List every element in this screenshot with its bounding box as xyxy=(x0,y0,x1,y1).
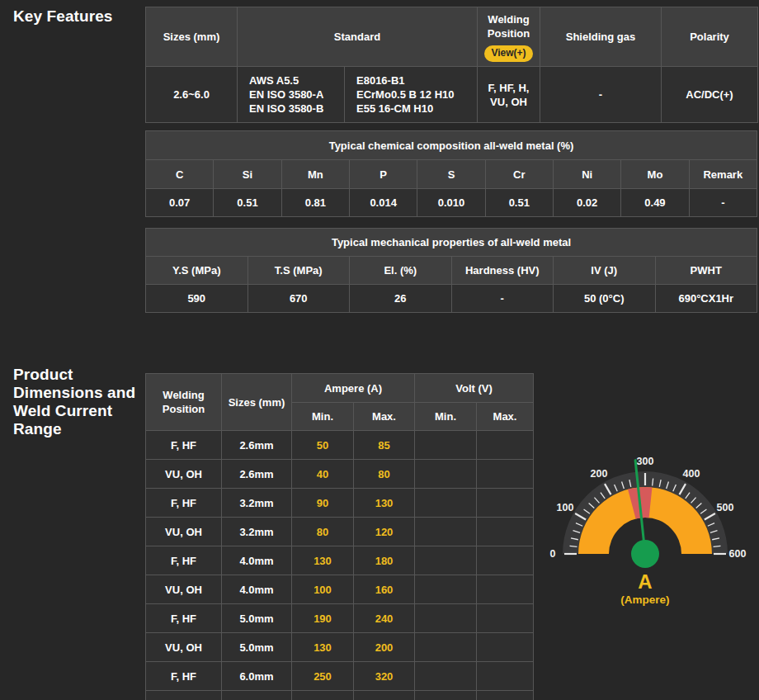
current-range-row: VU, OH 4.0mm 100 160 xyxy=(146,575,534,604)
spec-header-row: Sizes (mm) Standard Welding Position Vie… xyxy=(146,7,758,67)
gauge-tick-label: 400 xyxy=(683,468,700,480)
ampere-min-cell: 250 xyxy=(292,662,354,691)
ampere-min-cell: 130 xyxy=(292,546,354,575)
size-cell: 4.0mm xyxy=(222,546,292,575)
mech-header-cell: PWHT xyxy=(655,257,757,285)
current-range-row: F, HF 5.0mm 190 240 xyxy=(146,604,534,633)
gauge-tick-label: 600 xyxy=(729,548,747,560)
chem-value-cell: 0.014 xyxy=(349,189,417,217)
size-cell: 3.2mm xyxy=(222,489,292,518)
volt-min-cell xyxy=(415,518,477,546)
ampere-min-cell: 80 xyxy=(292,518,354,546)
current-welding-position-header: Welding Position xyxy=(146,374,222,431)
standard-grade-line: E8016-B1 xyxy=(356,73,477,88)
mech-value-cell: 690°CX1Hr xyxy=(655,285,757,313)
current-range-row: F, HF 3.2mm 90 130 xyxy=(146,489,534,518)
gauge-hub xyxy=(631,540,659,568)
gauge-tick-label: 200 xyxy=(591,468,608,480)
mech-header-cell: Y.S (MPa) xyxy=(146,257,248,285)
chemical-composition-table: Typical chemical composition all-weld me… xyxy=(145,130,757,217)
welding-position-header-label: Welding Position xyxy=(478,12,540,40)
current-range-row-partial xyxy=(146,691,534,700)
standard-specs-cell: AWS A5.5EN ISO 3580-AEN ISO 3580-B xyxy=(238,67,345,123)
size-cell: 3.2mm xyxy=(222,518,292,546)
chem-header-cell: Mo xyxy=(621,160,689,189)
volt-max-cell xyxy=(477,575,534,604)
product-spec-page: Key Features Sizes (mm) Standard Welding… xyxy=(0,0,759,700)
chem-header-cell: Si xyxy=(214,160,281,189)
volt-min-cell xyxy=(415,604,477,633)
welding-position-cell: VU, OH xyxy=(146,633,222,662)
mech-header-row: Y.S (MPa)T.S (MPa)El. (%)Hardness (HV)IV… xyxy=(146,257,757,285)
size-cell: 2.6mm xyxy=(222,431,292,460)
gauge-tick-label: 0 xyxy=(550,548,556,560)
volt-min-cell xyxy=(415,431,477,460)
standard-grade-line: ECrMo0.5 B 12 H10 xyxy=(356,88,477,102)
chem-header-cell: Ni xyxy=(553,160,620,189)
volt-max-cell xyxy=(477,662,534,691)
welding-position-header: Welding Position View(+) xyxy=(478,7,540,67)
polarity-value: AC/DC(+) xyxy=(662,67,758,123)
size-cell: 5.0mm xyxy=(222,604,292,633)
mech-header-cell: Hardness (HV) xyxy=(451,257,554,285)
size-cell: 2.6mm xyxy=(222,460,292,489)
welding-position-cell: F, HF xyxy=(146,604,222,633)
standard-spec-line: AWS A5.5 xyxy=(249,73,344,88)
chem-header-cell: C xyxy=(146,160,214,189)
chem-value-cell: 0.010 xyxy=(417,189,485,217)
ampere-min-cell: 50 xyxy=(292,431,354,460)
current-range-row: VU, OH 3.2mm 80 120 xyxy=(146,518,534,546)
sizes-value: 2.6~6.0 xyxy=(146,67,238,123)
chem-value-row: 0.070.510.810.0140.0100.510.020.49- xyxy=(146,189,757,217)
mech-header-cell: El. (%) xyxy=(350,257,452,285)
ampere-group-header: Ampere (A) xyxy=(292,374,415,403)
mech-value-cell: 26 xyxy=(350,285,452,313)
polarity-header: Polarity xyxy=(662,7,758,67)
size-cell: 6.0mm xyxy=(222,662,292,691)
mech-value-cell: 50 (0°C) xyxy=(554,285,656,313)
gauge-unit-label: A xyxy=(638,570,652,593)
chem-header-row: CSiMnPSCrNiMoRemark xyxy=(146,160,757,189)
ampere-max-cell: 180 xyxy=(354,546,415,575)
volt-min-cell xyxy=(415,575,477,604)
ampere-max-cell: 160 xyxy=(354,575,415,604)
product-dimensions-title: Product Dimensions and Weld Current Rang… xyxy=(13,366,145,438)
shielding-gas-value: - xyxy=(540,67,662,123)
volt-group-header: Volt (V) xyxy=(415,374,534,403)
current-group-header-row: Welding Position Sizes (mm) Ampere (A) V… xyxy=(146,374,534,403)
chem-table-title: Typical chemical composition all-weld me… xyxy=(146,131,757,160)
chem-value-cell: 0.49 xyxy=(621,189,689,217)
mech-value-cell: - xyxy=(451,285,554,313)
current-range-row: F, HF 2.6mm 50 85 xyxy=(146,431,534,460)
gauge-unit-sublabel: (Ampere) xyxy=(620,594,669,606)
ampere-max-cell: 120 xyxy=(354,518,415,546)
chem-header-cell: Cr xyxy=(485,160,553,189)
chem-value-cell: - xyxy=(689,189,757,217)
gauge-tick-label: 500 xyxy=(717,502,734,513)
volt-max-header: Max. xyxy=(477,403,534,431)
sizes-header: Sizes (mm) xyxy=(146,7,238,67)
chem-header-cell: S xyxy=(417,160,485,189)
welding-position-cell: F, HF xyxy=(146,489,222,518)
standard-grade-line: E55 16-CM H10 xyxy=(356,102,477,116)
mech-table-title: Typical mechanical properties of all-wel… xyxy=(146,229,757,257)
current-range-row: F, HF 6.0mm 250 320 xyxy=(146,662,534,691)
chem-header-cell: Mn xyxy=(281,160,349,189)
gauge-tick-label: 300 xyxy=(637,456,654,467)
standard-spec-line: EN ISO 3580-A xyxy=(249,88,344,102)
volt-min-cell xyxy=(415,633,477,662)
shielding-gas-header: Shielding gas xyxy=(540,7,662,67)
welding-position-cell: F, HF xyxy=(146,546,222,575)
size-cell: 4.0mm xyxy=(222,575,292,604)
view-positions-button[interactable]: View(+) xyxy=(484,45,532,62)
ampere-max-cell: 320 xyxy=(354,662,415,691)
spec-table: Sizes (mm) Standard Welding Position Vie… xyxy=(145,7,758,123)
volt-max-cell xyxy=(477,633,534,662)
mech-value-cell: 670 xyxy=(248,285,350,313)
ampere-gauge: 0100200300400500600A(Ampere) xyxy=(536,442,759,607)
chem-value-cell: 0.02 xyxy=(553,189,620,217)
ampere-max-cell: 200 xyxy=(354,633,415,662)
ampere-max-cell: 80 xyxy=(354,460,415,489)
chem-value-cell: 0.51 xyxy=(214,189,281,217)
chem-value-cell: 0.51 xyxy=(485,189,553,217)
